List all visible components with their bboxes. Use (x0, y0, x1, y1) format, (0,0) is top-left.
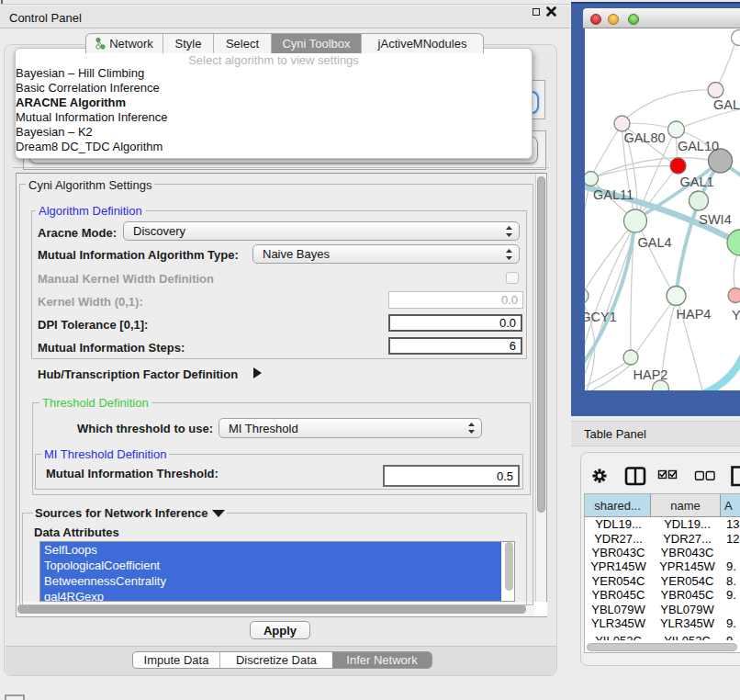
svg-text:GAL10: GAL10 (678, 139, 719, 153)
svg-text:GAL1: GAL1 (679, 175, 713, 189)
svg-text:SWI4: SWI4 (699, 212, 731, 227)
svg-text:GAL2: GAL2 (713, 97, 740, 112)
svg-text:GAL11: GAL11 (593, 187, 633, 202)
svg-text:HAP2: HAP2 (633, 367, 668, 382)
svg-text:YB: YB (732, 308, 740, 322)
svg-text:HAP4: HAP4 (677, 307, 712, 322)
svg-text:GAL4: GAL4 (637, 235, 671, 250)
svg-text:GAL80: GAL80 (623, 130, 665, 145)
svg-text:GCY1: GCY1 (585, 310, 617, 324)
